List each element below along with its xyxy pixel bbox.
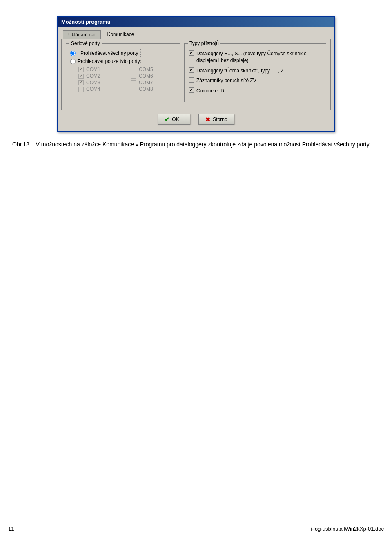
com1-label: COM1 [86, 67, 100, 72]
ok-label: OK [172, 117, 179, 122]
com1-item: COM1 [78, 67, 123, 72]
dialog-title: Možnosti programu [61, 19, 111, 25]
group-typy-pristroju: Typy přístrojů Dataloggery R..., S... (n… [184, 43, 326, 102]
checkbox-commeter[interactable] [189, 87, 194, 93]
com3-label: COM3 [86, 80, 100, 85]
tab-komunikace[interactable]: Komunikace [102, 30, 139, 39]
com8-label: COM8 [139, 86, 153, 92]
com5-item: COM5 [131, 67, 176, 72]
radio-row-vsechny[interactable]: Prohledávat všechny porty [70, 50, 176, 56]
dialog-titlebar: Možnosti programu [58, 17, 334, 27]
label-commeter: Commeter D... [196, 87, 228, 94]
com6-label: COM6 [139, 73, 153, 79]
ok-icon: ✔ [165, 116, 169, 123]
com8-item: COM8 [131, 86, 176, 92]
col-typy-pristroju: Typy přístrojů Dataloggery R..., S... (n… [184, 43, 326, 105]
checkbox-dataloggery-cerna[interactable] [189, 67, 194, 73]
com5-label: COM5 [139, 67, 153, 72]
com3-checkbox[interactable] [78, 80, 84, 85]
legend-typy-pristroju: Typy přístrojů [188, 40, 220, 46]
tabs-bar: Ukládání dat Komunikace [61, 30, 331, 39]
com2-item: COM2 [78, 73, 123, 79]
label-dataloggery-rs: Dataloggery R..., S... (nové typy Černýc… [196, 50, 322, 64]
com2-checkbox[interactable] [78, 74, 84, 79]
com4-checkbox[interactable] [78, 87, 84, 92]
tab-ukladani-dat[interactable]: Ukládání dat [63, 30, 101, 39]
tab-content-komunikace: Sériové porty Prohledávat všechny porty … [61, 39, 331, 110]
com4-item: COM4 [78, 86, 123, 92]
legend-seriove-porty: Sériové porty [69, 40, 102, 46]
com-ports-grid: COM1 COM5 COM2 [78, 67, 176, 92]
com5-checkbox[interactable] [131, 67, 136, 72]
storno-label: Storno [213, 117, 227, 122]
col-seriove-porty: Sériové porty Prohledávat všechny porty … [66, 43, 180, 105]
label-dataloggery-cerna: Dataloggery "Černá skříňka", typy L..., … [196, 67, 288, 74]
radio-vsechny-porty[interactable] [70, 51, 76, 56]
com8-checkbox[interactable] [131, 87, 136, 92]
cancel-icon: ✖ [205, 116, 210, 123]
com6-checkbox[interactable] [131, 74, 136, 79]
page-number: 11 [8, 526, 14, 532]
page-footer: 11 i-log-usbInstallWin2kXp-01.doc [8, 523, 384, 532]
com7-item: COM7 [131, 80, 176, 85]
footer-filename: i-log-usbInstallWin2kXp-01.doc [311, 526, 384, 532]
checkbox-dataloggery-rs[interactable] [189, 50, 194, 56]
storno-button[interactable]: ✖ Storno [198, 114, 234, 125]
check-item-0: Dataloggery R..., S... (nové typy Černýc… [189, 50, 322, 64]
radio-vsechny-label: Prohledávat všechny porty [78, 50, 141, 56]
label-zaznamnik: Záznamníky poruch sítě ZV [196, 77, 256, 84]
com6-item: COM6 [131, 73, 176, 79]
com4-label: COM4 [86, 86, 100, 92]
buttons-row: ✔ OK ✖ Storno [61, 110, 331, 128]
check-item-3: Commeter D... [189, 87, 322, 94]
radio-tyto-label: Prohledávat pouze tyto porty: [78, 58, 141, 64]
dialog-window: Možnosti programu Ukládání dat Komunikac… [57, 16, 335, 132]
caption-text: Obr.13 – V možnostech na záložce Komunik… [8, 140, 384, 149]
check-item-1: Dataloggery "Černá skříňka", typy L..., … [189, 67, 322, 74]
com3-item: COM3 [78, 80, 123, 85]
checkbox-zaznamnik[interactable] [189, 77, 194, 83]
check-item-2: Záznamníky poruch sítě ZV [189, 77, 322, 84]
com7-label: COM7 [139, 80, 153, 85]
group-seriove-porty: Sériové porty Prohledávat všechny porty … [66, 43, 180, 96]
com2-label: COM2 [86, 73, 100, 79]
radio-tyto-porty[interactable] [70, 59, 76, 64]
radio-row-tyto[interactable]: Prohledávat pouze tyto porty: [70, 58, 176, 64]
dialog-body: Ukládání dat Komunikace Sériové porty [58, 27, 334, 131]
com1-checkbox[interactable] [78, 67, 84, 72]
ok-button[interactable]: ✔ OK [158, 114, 190, 125]
com7-checkbox[interactable] [131, 80, 136, 85]
